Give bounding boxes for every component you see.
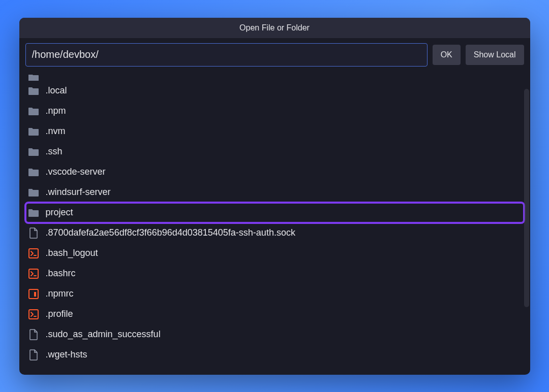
- list-item[interactable]: .npmrc: [25, 284, 524, 304]
- list-item-label: .local: [46, 85, 67, 96]
- list-item-label: .vscode-server: [46, 167, 106, 177]
- list-item[interactable]: .windsurf-server: [25, 182, 524, 203]
- ok-button[interactable]: OK: [433, 45, 461, 65]
- list-item[interactable]: .profile: [25, 304, 524, 324]
- list-item[interactable]: .wget-hsts: [25, 345, 524, 365]
- terminal-icon: [27, 308, 40, 320]
- file-icon: [27, 349, 40, 361]
- open-file-dialog: Open File or Folder OK Show Local .local…: [19, 18, 530, 375]
- list-item[interactable]: .local: [25, 81, 524, 101]
- list-item-label: .sudo_as_admin_successful: [46, 329, 161, 340]
- scrollbar-thumb[interactable]: [524, 89, 529, 307]
- list-item[interactable]: [25, 72, 524, 81]
- show-local-button[interactable]: Show Local: [466, 45, 524, 65]
- folder-icon: [27, 105, 40, 117]
- file-icon: [27, 227, 40, 239]
- file-icon: [27, 329, 40, 341]
- list-item[interactable]: .nvm: [25, 121, 524, 142]
- input-row: OK Show Local: [19, 38, 530, 72]
- terminal-icon: [27, 268, 40, 280]
- list-item-label: .nvm: [46, 126, 66, 137]
- file-list[interactable]: .local.npm.nvm.ssh.vscode-server.windsur…: [19, 72, 530, 375]
- folder-icon: [27, 125, 40, 138]
- folder-icon: [27, 207, 40, 219]
- list-item[interactable]: .ssh: [25, 142, 524, 162]
- list-item-label: .bashrc: [46, 268, 76, 279]
- folder-icon: [27, 166, 40, 178]
- list-item-label: .bash_logout: [46, 248, 98, 258]
- list-item[interactable]: project: [25, 203, 524, 223]
- list-item[interactable]: .npm: [25, 101, 524, 121]
- scrollbar[interactable]: [524, 89, 529, 307]
- list-item[interactable]: .vscode-server: [25, 162, 524, 182]
- svg-rect-5: [34, 292, 36, 297]
- list-item-label: .profile: [46, 309, 73, 319]
- list-item[interactable]: .bashrc: [25, 264, 524, 284]
- list-item[interactable]: .8700dafefa2ae56df8cf3f66b96d4d03815405f…: [25, 223, 524, 243]
- svg-rect-4: [29, 289, 38, 299]
- folder-icon: [27, 75, 40, 81]
- list-item-label: .ssh: [46, 146, 63, 157]
- list-item-label: .npmrc: [46, 288, 74, 299]
- list-item[interactable]: .sudo_as_admin_successful: [25, 324, 524, 345]
- npm-icon: [27, 288, 40, 300]
- list-item-label: .wget-hsts: [46, 349, 87, 360]
- folder-icon: [27, 146, 40, 158]
- list-item-label: .windsurf-server: [46, 187, 111, 198]
- list-item[interactable]: .bash_logout: [25, 243, 524, 264]
- terminal-icon: [27, 247, 40, 259]
- folder-icon: [27, 85, 40, 97]
- list-item-label: .8700dafefa2ae56df8cf3f66b96d4d03815405f…: [46, 227, 295, 238]
- folder-icon: [27, 186, 40, 199]
- dialog-title: Open File or Folder: [19, 18, 530, 38]
- list-item-label: .npm: [46, 106, 66, 116]
- path-input[interactable]: [25, 43, 428, 67]
- list-item-label: project: [46, 207, 73, 218]
